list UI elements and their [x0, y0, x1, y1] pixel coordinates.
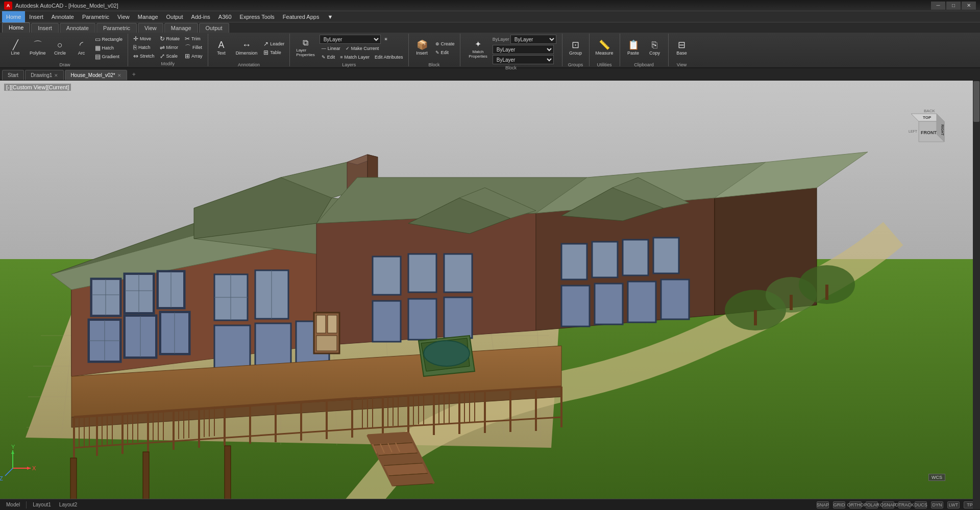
tab-output[interactable]: Output: [199, 23, 229, 33]
tab-home[interactable]: Home: [2, 22, 30, 33]
measure-button[interactable]: 📏 Measure: [593, 35, 617, 61]
layer-properties-button[interactable]: ⧉ LayerProperties: [293, 39, 317, 57]
array-icon: ⊞: [185, 53, 190, 60]
menu-output[interactable]: Output: [162, 11, 187, 22]
circle-button[interactable]: ○ Circle: [50, 35, 70, 61]
menu-view[interactable]: View: [113, 11, 134, 22]
trim-button[interactable]: ✂ Trim: [183, 35, 205, 43]
tab-annotate[interactable]: Annotate: [60, 23, 95, 33]
create-button[interactable]: ⊕ Create: [433, 40, 457, 48]
layer-freeze-button[interactable]: ☀: [382, 35, 390, 43]
clipboard-copy-button[interactable]: ⎘ Copy: [645, 35, 665, 61]
tab-insert[interactable]: Insert: [31, 23, 59, 33]
text-button[interactable]: A Text: [211, 35, 232, 61]
fillet-button[interactable]: ⌒ Fillet: [183, 43, 205, 52]
edit-button[interactable]: ✎ Edit: [320, 53, 337, 61]
utilities-label: Utilities: [597, 61, 612, 67]
new-tab-button[interactable]: +: [128, 69, 140, 80]
linetype-dropdown[interactable]: ByLayer: [493, 45, 554, 54]
stretch-icon: ⇔: [133, 53, 138, 60]
move-button[interactable]: ✛ Move: [131, 35, 157, 43]
mirror-button[interactable]: ⇌ Mirror: [158, 43, 182, 52]
utilities-items: 📏 Measure: [593, 35, 617, 61]
doc-tabs: Start Drawing1 ✕ House_Model_v02* ✕ +: [0, 68, 980, 81]
right-scroll-thumb[interactable]: [973, 81, 979, 122]
layer-properties-icon: ⧉: [303, 39, 308, 47]
group-modify: ✛ Move ⎘ Hatch ⇔ Stretch ↻ Rotat: [128, 34, 208, 66]
osnap-toggle[interactable]: OSNAP: [882, 501, 894, 508]
rotate-button[interactable]: ↻ Rotate: [158, 35, 182, 43]
copy-button[interactable]: ⎘ Hatch: [131, 43, 157, 52]
dimension-button[interactable]: ↔ Dimension: [233, 35, 261, 61]
otrack-toggle[interactable]: OTRACK: [898, 501, 911, 508]
dyn-toggle[interactable]: DYN: [931, 501, 943, 508]
menu-more[interactable]: ▼: [323, 11, 337, 22]
lwt-toggle[interactable]: LWT: [947, 501, 960, 508]
linear-button[interactable]: — Linear: [320, 44, 342, 53]
make-current-button[interactable]: ✓ Make Current: [344, 44, 381, 53]
ribbon-content: ╱ Line ⌒ Polyline ○ Circle ◜ Arc ▭: [0, 33, 980, 67]
base-button[interactable]: ⊟ Base: [672, 35, 692, 61]
match-layer-button[interactable]: ≡ Match Layer: [338, 53, 372, 61]
maximize-button[interactable]: □: [946, 2, 961, 10]
snap-toggle[interactable]: SNAP: [817, 501, 829, 508]
polyline-button[interactable]: ⌒ Polyline: [27, 35, 49, 61]
group-block: 📦 Insert ⊕ Create ✎ Edit Block: [409, 34, 460, 66]
arc-button[interactable]: ◜ Arc: [71, 35, 92, 61]
viewcube-svg[interactable]: FRONT TOP RIGHT BACK LEFT: [909, 106, 954, 152]
table-button[interactable]: ⊞ Table: [261, 48, 286, 57]
menu-a360[interactable]: A360: [214, 11, 236, 22]
viewcube[interactable]: FRONT TOP RIGHT BACK LEFT: [909, 106, 954, 152]
modify-col3: ✂ Trim ⌒ Fillet ⊞ Array: [183, 35, 205, 60]
layout1-tab[interactable]: Layout1: [31, 502, 53, 507]
grid-toggle[interactable]: GRID: [833, 501, 845, 508]
tab-house-model[interactable]: House_Model_v02* ✕: [65, 70, 127, 80]
minimize-button[interactable]: ─: [931, 2, 945, 10]
clipboard-label: Clipboard: [634, 61, 654, 67]
menu-home[interactable]: Home: [2, 11, 25, 22]
leader-button[interactable]: ↗ Leader: [261, 40, 286, 48]
array-button[interactable]: ⊞ Array: [183, 52, 205, 60]
group-button[interactable]: ⊡ Group: [566, 35, 586, 61]
model-tab[interactable]: Model: [4, 502, 22, 507]
close-drawing1[interactable]: ✕: [54, 73, 58, 78]
menu-addins[interactable]: Add-ins: [187, 11, 214, 22]
rectangle-button[interactable]: ▭ Rectangle: [93, 35, 125, 43]
lineweight-dropdown[interactable]: ByLayer: [493, 55, 554, 64]
insert-button[interactable]: 📦 Insert: [412, 35, 432, 61]
match-properties-button[interactable]: ✦ MatchProperties: [465, 36, 490, 63]
menu-parametric[interactable]: Parametric: [78, 11, 113, 22]
stretch-button[interactable]: ⇔ Stretch: [131, 52, 157, 60]
menu-annotate[interactable]: Annotate: [47, 11, 78, 22]
right-scrollbar[interactable]: [973, 81, 980, 509]
view-label: View: [677, 61, 687, 67]
ducs-toggle[interactable]: DUCS: [915, 501, 927, 508]
polar-toggle[interactable]: POLAR: [866, 501, 878, 508]
svg-rect-80: [595, 284, 623, 324]
menu-insert[interactable]: Insert: [25, 11, 47, 22]
ortho-toggle[interactable]: ORTHO: [849, 501, 862, 508]
close-button[interactable]: ✕: [962, 2, 976, 10]
block-edit-button[interactable]: ✎ Edit: [433, 48, 457, 57]
paste-button[interactable]: 📋 Paste: [623, 35, 644, 61]
tab-parametric[interactable]: Parametric: [96, 23, 137, 33]
menu-featured[interactable]: Featured Apps: [279, 11, 324, 22]
hatch-button[interactable]: ▦ Hatch: [93, 44, 125, 52]
scale-button[interactable]: ⤢ Scale: [158, 52, 182, 60]
edit-attributes-button[interactable]: Edit Attributes: [373, 53, 405, 61]
wcs-label[interactable]: WCS: [928, 474, 945, 481]
gradient-button[interactable]: ▤ Gradient: [93, 53, 125, 61]
layout2-tab[interactable]: Layout2: [57, 502, 80, 507]
leader-icon: ↗: [263, 40, 268, 47]
tab-view[interactable]: View: [138, 23, 163, 33]
tab-drawing1[interactable]: Drawing1 ✕: [25, 70, 64, 80]
layer-dropdown[interactable]: ByLayer: [320, 35, 381, 44]
window-controls[interactable]: ─ □ ✕: [931, 2, 976, 10]
menu-express[interactable]: Express Tools: [236, 11, 279, 22]
color-dropdown[interactable]: ByLayer: [510, 35, 556, 44]
tab-start[interactable]: Start: [2, 70, 24, 80]
close-house-model[interactable]: ✕: [117, 73, 121, 78]
line-button[interactable]: ╱ Line: [5, 35, 26, 61]
menu-manage[interactable]: Manage: [134, 11, 162, 22]
tab-manage[interactable]: Manage: [164, 23, 198, 33]
